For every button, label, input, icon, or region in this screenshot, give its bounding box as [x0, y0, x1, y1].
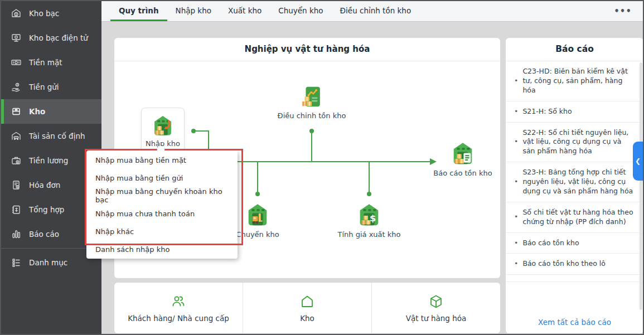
reports-title: Báo cáo: [506, 38, 643, 61]
bar-chart-icon: [11, 229, 22, 240]
invoice-icon: [11, 179, 22, 191]
menu-item-nhap-mua-bang-chuyen-khoan-kho-bac[interactable]: Nhập mua bằng chuyển khoản kho bạc: [86, 187, 238, 205]
sidebar-item-label: Tổng hợp: [29, 205, 64, 214]
diagram-node-bao-cao-ton-kho[interactable]: Báo cáo tồn kho: [421, 140, 505, 177]
bottom-item-vat-tu-hang-hoa[interactable]: Vật tư hàng hóa: [371, 283, 500, 333]
collapse-panel-button[interactable]: ❮: [633, 142, 643, 181]
sidebar-item-label: Kho bạc: [29, 9, 59, 18]
sidebar-item-label: Kho bạc điện tử: [29, 33, 88, 42]
report-item[interactable]: •Sổ chi tiết vật tư hàng hóa theo chứng …: [506, 202, 643, 233]
tab-chuyen-kho[interactable]: Chuyển kho: [270, 1, 331, 21]
tab-xuat-kho[interactable]: Xuất kho: [220, 1, 270, 21]
menu-item-nhap-mua-bang-tien-mat[interactable]: Nhập mua bằng tiền mặt: [86, 151, 238, 169]
sidebar-item-label: Kho: [29, 107, 45, 116]
sidebar-item-tien-gui[interactable]: Tiền gửi: [1, 75, 101, 99]
bullet-icon: •: [514, 76, 518, 86]
diagram-node-label: Chuyển kho: [236, 230, 279, 239]
report-item-partial: [506, 275, 643, 282]
bullet-icon: •: [514, 239, 518, 248]
report-item-label: S21-H: Sổ kho: [522, 107, 572, 116]
tab-quy-trinh[interactable]: Quy trình: [110, 1, 167, 21]
bullet-icon: •: [514, 107, 518, 116]
bottom-item-label: Kho: [300, 314, 314, 323]
tab-label: Điều chỉnh tồn kho: [340, 6, 411, 15]
warehouse-dollar-icon: $: [356, 202, 382, 227]
bullet-icon: •: [514, 259, 518, 269]
goods-cube-icon: [428, 294, 444, 309]
menu-item-nhap-khac[interactable]: Nhập khác: [86, 222, 238, 240]
report-item[interactable]: •S23-H: Bảng tổng hợp chi tiết nguyên li…: [506, 162, 643, 202]
warehouse-report-icon: [450, 140, 476, 166]
diagram-node-dieu-chinh-ton-kho[interactable]: Điều chỉnh tồn kho: [270, 83, 354, 120]
bottom-item-khach-hang-nha-cung-cap[interactable]: Khách hàng/ Nhà cung cấp: [114, 283, 243, 333]
bullet-icon: •: [514, 177, 518, 187]
report-item-label: C23-HD: Biên bản kiểm kê vật tư, công cụ…: [522, 67, 635, 95]
view-all-reports-link[interactable]: Xem tất cả báo cáo: [506, 311, 643, 333]
report-item[interactable]: •Báo cáo tồn kho theo lô: [506, 254, 643, 275]
svg-text:$: $: [370, 213, 376, 224]
sidebar-item-kho[interactable]: Kho: [1, 99, 101, 124]
sidebar-item-label: Danh mục: [29, 258, 67, 267]
more-menu-icon[interactable]: •••: [614, 1, 643, 21]
diagram-title: Nghiệp vụ vật tư hàng hóa: [114, 38, 500, 61]
sidebar-item-tien-mat[interactable]: Tiền mặt: [1, 50, 101, 75]
report-item[interactable]: •S21-H: Sổ kho: [506, 101, 643, 123]
diagram-node-label: Tính giá xuất kho: [338, 230, 401, 239]
sidebar-item-label: Tài sản cố định: [29, 132, 85, 140]
tab-bar: Quy trình Nhập kho Xuất kho Chuyển kho Đ…: [101, 1, 643, 22]
sidebar-item-label: Báo cáo: [29, 230, 59, 239]
sidebar-item-label: Tiền mặt: [29, 58, 62, 67]
reports-panel: Báo cáo •C23-HD: Biên bản kiểm kê vật tư…: [506, 38, 643, 333]
master-data-panel: Khách hàng/ Nhà cung cấp Kho Vật tư hàng…: [114, 283, 500, 333]
bullet-icon: •: [514, 212, 518, 222]
reports-list: •C23-HD: Biên bản kiểm kê vật tư, công c…: [506, 61, 643, 311]
sidebar-item-label: Hóa đơn: [29, 181, 60, 190]
diagram-node-label: Điều chỉnh tồn kho: [278, 111, 346, 120]
sidebar-item-tai-san-co-dinh[interactable]: Tài sản cố định: [1, 124, 101, 148]
warehouse-outline-icon: [299, 294, 315, 309]
cash-icon: [11, 57, 22, 68]
bottom-item-kho[interactable]: Kho: [243, 283, 371, 333]
nhap-kho-dropdown-menu: Nhập mua bằng tiền mặt Nhập mua bằng tiề…: [86, 150, 238, 259]
bullet-icon: •: [514, 137, 518, 147]
reports-scrollbar[interactable]: [640, 62, 642, 310]
report-item-label: S22-H: Sổ chi tiết nguyên liệu, vật liệu…: [522, 128, 635, 157]
tab-label: Nhập kho: [176, 6, 211, 15]
report-item[interactable]: •Báo cáo tồn kho: [506, 233, 643, 254]
tab-label: Quy trình: [119, 6, 159, 15]
report-item-label: Báo cáo tồn kho theo lô: [522, 259, 606, 269]
sidebar-item-kho-bac[interactable]: Kho bạc: [1, 1, 101, 26]
sidebar-item-label: Tiền lương: [29, 156, 68, 165]
tab-label: Chuyển kho: [278, 6, 323, 15]
diagram-node-nhap-kho[interactable]: Nhập kho: [141, 108, 185, 153]
tab-dieu-chinh-ton-kho[interactable]: Điều chỉnh tồn kho: [332, 1, 420, 21]
list-icon: [11, 257, 22, 268]
customers-icon: [171, 294, 186, 309]
sidebar-item-kho-bac-dien-tu[interactable]: Kho bạc điện tử: [1, 26, 101, 50]
menu-item-nhap-mua-chua-thanh-toan[interactable]: Nhập mua chưa thanh toán: [86, 205, 238, 222]
report-item[interactable]: •S22-H: Sổ chi tiết nguyên liệu, vật liệ…: [506, 123, 643, 163]
menu-item-danh-sach-nhap-kho[interactable]: Danh sách nhập kho: [86, 240, 238, 258]
bottom-item-label: Khách hàng/ Nhà cung cấp: [128, 314, 229, 323]
treasury-house-icon: [11, 8, 22, 19]
deposit-hand-icon: [11, 81, 22, 93]
warehouse-forklift-icon: [245, 202, 270, 227]
sidebar-item-label: Tiền gửi: [29, 82, 59, 91]
app-window: Kho bạc Kho bạc điện tử Tiền mặt Tiền gử…: [0, 0, 644, 335]
inventory-adjustment-document-icon: [299, 83, 325, 109]
diagram-node-label: Nhập kho: [146, 139, 180, 148]
diagram-node-label: Báo cáo tồn kho: [433, 169, 492, 177]
e-treasury-icon: [11, 32, 22, 43]
report-item-label: S23-H: Bảng tổng hợp chi tiết nguyên liệ…: [522, 168, 635, 196]
bottom-item-label: Vật tư hàng hóa: [406, 314, 467, 323]
diagram-node-tinh-gia-xuat-kho[interactable]: $ Tính giá xuất kho: [327, 202, 411, 239]
warehouse-box-icon: [11, 106, 22, 117]
chevron-left-icon: ❮: [635, 157, 641, 165]
tab-label: Xuất kho: [228, 6, 262, 15]
report-item[interactable]: •C23-HD: Biên bản kiểm kê vật tư, công c…: [506, 61, 643, 101]
tab-nhap-kho[interactable]: Nhập kho: [167, 1, 220, 21]
payroll-briefcase-icon: [11, 155, 22, 166]
report-item-label: Báo cáo tồn kho: [522, 239, 579, 248]
fixed-asset-garage-icon: [11, 130, 22, 142]
menu-item-nhap-mua-bang-tien-gui[interactable]: Nhập mua bằng tiền gửi: [86, 169, 238, 187]
